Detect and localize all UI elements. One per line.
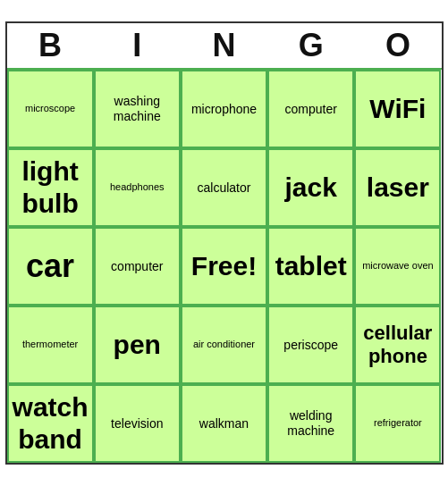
bingo-cell: WiFi (354, 70, 441, 148)
cell-text: Free! (191, 250, 257, 282)
cell-text: watch band (13, 391, 89, 456)
cell-text: walkman (199, 416, 249, 432)
cell-text: jack (285, 172, 337, 204)
cell-text: pen (114, 329, 161, 361)
cell-text: air conditioner (193, 339, 255, 350)
bingo-cell: washing machine (94, 70, 181, 148)
bingo-cell: television (94, 384, 181, 463)
bingo-cell: headphones (94, 148, 181, 227)
bingo-cell: periscope (267, 306, 354, 384)
bingo-cell: cellular phone (354, 306, 441, 384)
bingo-cell: watch band (7, 384, 94, 463)
cell-text: laser (367, 172, 429, 204)
cell-text: welding machine (273, 408, 349, 439)
cell-text: television (111, 416, 163, 432)
bingo-cell: microscope (7, 70, 94, 148)
header-letter: I (94, 23, 181, 68)
cell-text: calculator (198, 180, 251, 196)
bingo-cell: car (7, 227, 94, 306)
bingo-cell: light bulb (7, 148, 94, 227)
bingo-cell: laser (354, 148, 441, 227)
cell-text: headphones (110, 181, 165, 193)
header-letter: G (267, 23, 354, 68)
cell-text: periscope (283, 338, 338, 353)
cell-text: computer (285, 102, 337, 117)
bingo-cell: air conditioner (181, 306, 267, 384)
bingo-cell: refrigerator (354, 384, 441, 463)
cell-text: WiFi (369, 93, 426, 125)
bingo-header: BINGO (7, 23, 442, 68)
bingo-cell: calculator (181, 148, 267, 227)
bingo-cell: computer (94, 227, 181, 306)
bingo-cell: welding machine (267, 384, 354, 463)
bingo-cell: Free! (181, 227, 267, 306)
cell-text: cellular phone (359, 322, 435, 369)
header-letter: O (354, 23, 441, 68)
cell-text: microscope (25, 103, 75, 114)
bingo-cell: computer (267, 70, 354, 148)
cell-text: thermometer (22, 339, 78, 350)
cell-text: washing machine (99, 94, 175, 124)
bingo-grid: microscopewashing machinemicrophonecompu… (7, 68, 442, 463)
cell-text: microphone (191, 102, 257, 117)
bingo-cell: pen (94, 306, 181, 384)
cell-text: tablet (275, 250, 347, 282)
bingo-cell: walkman (181, 384, 267, 463)
bingo-cell: jack (267, 148, 354, 227)
header-letter: B (7, 23, 94, 68)
header-letter: N (181, 23, 267, 68)
bingo-cell: thermometer (7, 306, 94, 384)
bingo-cell: microphone (181, 70, 267, 148)
cell-text: computer (111, 259, 163, 274)
bingo-cell: microwave oven (354, 227, 441, 306)
bingo-cell: tablet (267, 227, 354, 306)
cell-text: light bulb (13, 155, 89, 220)
bingo-card: BINGO microscopewashing machinemicrophon… (5, 21, 444, 465)
cell-text: car (26, 247, 74, 285)
cell-text: microwave oven (362, 260, 433, 272)
cell-text: refrigerator (374, 417, 422, 429)
